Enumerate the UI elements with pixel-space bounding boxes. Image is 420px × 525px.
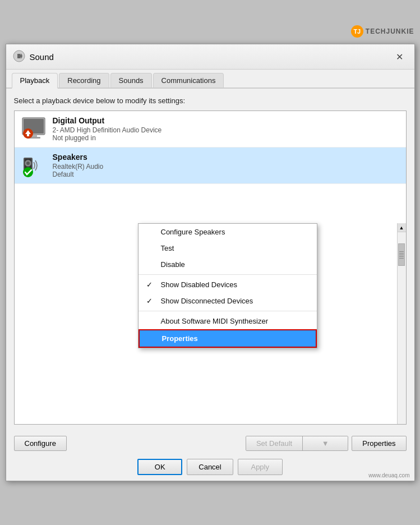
device-sub-digital-output: 2- AMD High Definition Audio Device bbox=[53, 126, 400, 134]
ok-button[interactable]: OK bbox=[137, 459, 182, 475]
main-content: Select a playback device below to modify… bbox=[6, 89, 414, 430]
dialog-title: Sound bbox=[30, 52, 387, 62]
menu-item-configure[interactable]: Configure Speakers bbox=[139, 224, 317, 240]
ok-cancel-row: OK Cancel Apply bbox=[6, 455, 414, 481]
svg-rect-7 bbox=[27, 134, 29, 136]
right-buttons: Set Default ▼ Properties bbox=[246, 436, 407, 451]
context-menu: Configure Speakers Test Disable ✓ Show D… bbox=[138, 223, 317, 348]
scroll-thumb[interactable] bbox=[398, 243, 405, 266]
svg-point-13 bbox=[23, 167, 33, 177]
title-bar: Sound ✕ bbox=[6, 44, 414, 70]
tab-recording[interactable]: Recording bbox=[59, 73, 109, 88]
device-info-digital-output: Digital Output 2- AMD High Definition Au… bbox=[53, 116, 400, 142]
apply-button[interactable]: Apply bbox=[238, 459, 283, 475]
menu-item-properties[interactable]: Properties bbox=[139, 329, 317, 348]
device-name-digital-output: Digital Output bbox=[53, 116, 400, 125]
device-icon-monitor bbox=[20, 116, 47, 142]
tab-bar: Playback Recording Sounds Communications bbox=[6, 70, 414, 89]
menu-item-test[interactable]: Test bbox=[139, 240, 317, 256]
menu-item-disable[interactable]: Disable bbox=[139, 256, 317, 273]
svg-point-11 bbox=[26, 162, 30, 165]
left-buttons: Configure bbox=[14, 436, 67, 451]
watermark-text: www.deuaq.com bbox=[368, 472, 409, 478]
device-item-speakers[interactable]: Speakers Realtek(R) Audio Default ▲ bbox=[15, 148, 406, 184]
menu-separator-1 bbox=[139, 274, 317, 275]
device-status-digital-output: Not plugged in bbox=[53, 134, 400, 142]
tab-sounds[interactable]: Sounds bbox=[110, 73, 152, 88]
properties-label: Properties bbox=[162, 334, 198, 343]
menu-item-show-disabled[interactable]: ✓ Show Disabled Devices bbox=[139, 277, 317, 293]
device-status-speakers: Default bbox=[53, 171, 400, 178]
properties-button[interactable]: Properties bbox=[352, 436, 406, 451]
scroll-up-btn[interactable]: ▲ bbox=[398, 223, 406, 232]
show-disabled-label: Show Disabled Devices bbox=[161, 280, 238, 289]
test-label: Test bbox=[161, 244, 174, 252]
show-disabled-check: ✓ bbox=[146, 280, 153, 289]
menu-item-show-disconnected[interactable]: ✓ Show Disconnected Devices bbox=[139, 293, 317, 309]
cancel-button[interactable]: Cancel bbox=[187, 459, 233, 475]
configure-label: Configure Speakers bbox=[161, 228, 225, 236]
about-midi-label: About Software MIDI Synthesizer bbox=[161, 317, 268, 325]
brand-icon: TJ bbox=[351, 25, 363, 38]
brand-name: TECHJUNKIE bbox=[366, 27, 414, 35]
device-info-speakers: Speakers Realtek(R) Audio Default bbox=[53, 153, 400, 178]
scroll-track[interactable] bbox=[398, 232, 406, 425]
device-list[interactable]: Digital Output 2- AMD High Definition Au… bbox=[14, 110, 407, 425]
menu-item-about-midi[interactable]: About Software MIDI Synthesizer bbox=[139, 313, 317, 329]
device-sub-speakers: Realtek(R) Audio bbox=[53, 163, 400, 171]
disable-label: Disable bbox=[161, 260, 185, 269]
device-item-digital-output[interactable]: Digital Output 2- AMD High Definition Au… bbox=[15, 111, 406, 148]
scrollbar[interactable]: ▲ ▼ bbox=[397, 223, 406, 425]
device-name-speakers: Speakers bbox=[53, 153, 400, 162]
set-default-split: Set Default ▼ bbox=[246, 436, 348, 451]
brand-logo: TJ TECHJUNKIE bbox=[351, 25, 414, 38]
menu-separator-2 bbox=[139, 311, 317, 311]
show-disconnected-label: Show Disconnected Devices bbox=[161, 297, 253, 305]
instruction-text: Select a playback device below to modify… bbox=[14, 96, 407, 105]
bottom-action-buttons: Configure Set Default ▼ Properties bbox=[6, 430, 414, 455]
sound-title-icon bbox=[13, 50, 25, 64]
show-disconnected-check: ✓ bbox=[146, 297, 153, 305]
set-default-arrow[interactable]: ▼ bbox=[303, 436, 348, 450]
close-button[interactable]: ✕ bbox=[392, 49, 408, 65]
configure-button[interactable]: Configure bbox=[14, 436, 67, 451]
set-default-button[interactable]: Set Default bbox=[246, 436, 303, 450]
device-icon-speakers bbox=[20, 152, 47, 179]
tab-communications[interactable]: Communications bbox=[153, 73, 224, 88]
sound-dialog: TJ TECHJUNKIE Sound ✕ Playback Recording… bbox=[6, 44, 415, 481]
tab-playback[interactable]: Playback bbox=[12, 73, 58, 89]
